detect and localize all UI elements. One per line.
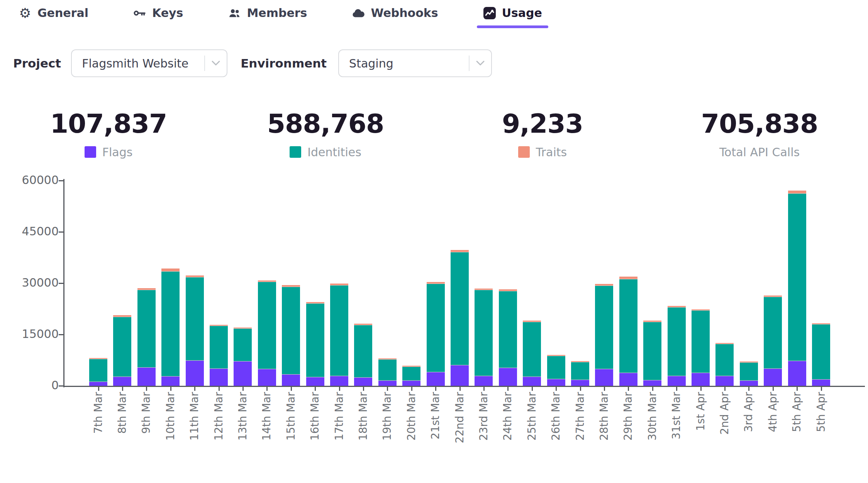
stat-flags: 107,837 Flags [0,110,217,159]
usage-stats-row: 107,837 Flags 588,768 Identities 9,233 T… [0,110,868,159]
chart-bar [740,164,758,386]
bar-segment-flags [692,373,710,386]
x-axis-tick [219,387,220,391]
key-icon [133,7,146,20]
bar-segment-identities [619,279,637,373]
x-axis-line [63,386,865,387]
stat-label: Traits [536,145,567,159]
x-axis-tick [387,387,388,391]
bar-segment-identities [812,324,830,380]
bar-segment-flags [427,372,445,386]
x-axis-label: 14th Mar [260,392,273,441]
chart-bar [523,164,541,386]
x-axis-tick [604,387,605,391]
bar-segment-traits [619,277,637,279]
stat-value: 705,838 [701,110,818,138]
project-select[interactable]: Flagsmith Website [71,49,227,77]
bar-segment-identities [210,326,228,369]
tab-keys[interactable]: Keys [133,6,183,28]
x-axis-label: 19th Mar [381,392,394,441]
bar-segment-flags [402,381,420,386]
x-axis-label: 7th Mar [92,392,105,434]
tab-label: Webhooks [371,6,438,20]
x-axis-label: 5th Apr [815,392,828,432]
bar-segment-flags [523,377,541,386]
bar-segment-flags [306,377,324,386]
bar-segment-identities [740,363,758,380]
bar-segment-flags [354,378,372,386]
bar-segment-flags [451,365,469,386]
x-axis-tick [459,387,461,391]
bar-segment-flags [282,375,300,386]
chart-bar [715,164,734,386]
y-tick-label: 0 [5,378,59,392]
x-axis-label: 13th Mar [236,392,249,441]
y-axis-tick [59,334,63,335]
x-axis-label: 21st Mar [429,392,442,439]
bar-segment-flags [258,369,276,386]
x-axis-tick [146,387,147,391]
bar-segment-flags [330,376,348,386]
x-axis-tick [194,387,195,391]
project-select-value: Flagsmith Website [82,57,197,70]
tab-general[interactable]: ⚙ General [19,6,88,28]
environment-select-value: Staging [349,57,461,70]
bar-segment-identities [668,307,686,376]
stat-value: 9,233 [502,110,583,138]
x-axis-label: 10th Mar [164,392,177,441]
bar-segment-identities [89,359,107,382]
chart-bar [306,164,324,386]
stat-label: Total API Calls [719,145,800,159]
x-axis-label: 30th Mar [646,392,659,441]
tab-usage[interactable]: Usage [483,6,542,28]
bar-segment-identities [161,272,180,376]
bar-segment-flags [619,373,637,386]
bar-segment-identities [643,322,661,380]
y-tick-label: 45000 [5,225,59,238]
bar-segment-flags [643,380,661,386]
bar-segment-identities [354,325,372,378]
bar-segment-flags [161,377,180,386]
x-axis-tick [507,387,509,391]
bar-segment-identities [427,284,445,372]
y-axis-tick [59,283,63,284]
stat-total-api-calls: 705,838 Total API Calls [651,110,868,159]
api-usage-stacked-bar-chart: 0150003000045000600007th Mar8th Mar9th M… [0,164,868,461]
x-axis-label: 8th Mar [116,392,129,434]
bar-segment-flags [113,377,131,386]
bar-segment-flags [378,381,397,386]
environment-select[interactable]: Staging [338,49,492,77]
bar-segment-identities [692,311,710,373]
bar-segment-flags [571,380,589,386]
tab-members[interactable]: Members [228,6,307,28]
x-axis-tick [122,387,123,391]
bar-segment-flags [475,376,493,386]
cloud-icon [352,7,365,20]
bar-segment-identities [499,291,517,368]
stat-label: Identities [307,145,361,159]
x-axis-tick [700,387,702,391]
y-axis-tick [59,180,63,181]
bar-segment-identities [113,317,131,377]
members-icon [228,7,241,20]
stat-label: Flags [102,145,133,159]
x-axis-tick [773,387,774,391]
x-axis-tick [532,387,533,391]
chart-bar [258,164,276,386]
bar-segment-traits [161,269,180,272]
traits-legend-swatch [518,146,530,158]
x-axis-label: 29th Mar [622,392,635,441]
tab-webhooks[interactable]: Webhooks [352,6,438,28]
bar-segment-flags [186,361,204,386]
chart-bar [210,164,228,386]
bar-segment-flags [499,368,517,386]
bar-segment-identities [330,285,348,376]
chart-bar [812,164,830,386]
x-axis-tick [266,387,268,391]
x-axis-label: 16th Mar [309,392,322,441]
chart-bar [137,164,156,386]
x-axis-label: 15th Mar [285,392,298,441]
bar-segment-flags [715,376,734,385]
tab-label: Keys [152,6,183,20]
y-axis-tick [59,385,63,387]
